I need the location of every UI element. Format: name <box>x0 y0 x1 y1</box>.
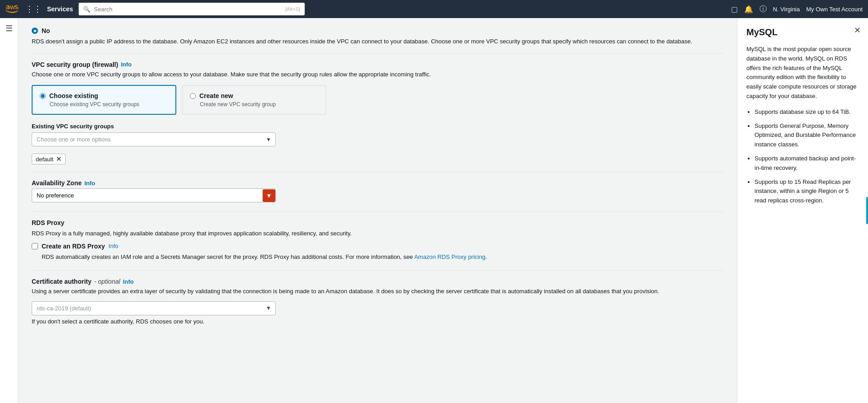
right-panel: MySQL ✕ MySQL is the most popular open s… <box>737 18 868 403</box>
rds-proxy-pricing-link[interactable]: Amazon RDS Proxy pricing <box>414 253 486 260</box>
rds-proxy-title: RDS Proxy <box>32 219 723 226</box>
cloudshell-icon[interactable]: ▢ <box>731 5 738 14</box>
tag-chip-label: default <box>36 156 53 163</box>
card-new-desc: Create new VPC security group <box>200 101 318 108</box>
panel-title: MySQL <box>746 27 859 37</box>
radio-existing[interactable] <box>40 93 46 99</box>
card-existing-desc: Choose existing VPC security groups <box>50 101 168 108</box>
no-radio-selected[interactable] <box>32 28 38 34</box>
search-bar[interactable]: 🔍 [Alt+S] <box>79 3 305 15</box>
radio-card-existing[interactable]: Choose existing Choose existing VPC secu… <box>32 85 176 115</box>
vpc-security-group-section: VPC security group (firewall) Info Choos… <box>32 61 723 165</box>
radio-card-create-new[interactable]: Create new Create new VPC security group <box>182 85 326 115</box>
rds-proxy-description: RDS Proxy is a fully managed, highly ava… <box>32 229 723 238</box>
cert-title: Certificate authority - optional Info <box>32 278 723 285</box>
panel-bullet-2: Supports General Purpose, Memory Optimiz… <box>755 122 859 150</box>
vpc-sg-info-link[interactable]: Info <box>121 61 132 68</box>
sidebar-toggle[interactable]: ☰ <box>0 18 18 403</box>
nav-right: ▢ 🔔 ⓘ N. Virginia My Own Test Account <box>731 5 863 14</box>
search-shortcut: [Alt+S] <box>285 6 300 12</box>
rds-proxy-checkbox[interactable] <box>32 243 38 249</box>
tag-chip-close-icon[interactable]: ✕ <box>56 155 61 163</box>
region-selector[interactable]: N. Virginia <box>773 6 800 13</box>
cert-description: Using a server certificate provides an e… <box>32 287 723 296</box>
account-menu[interactable]: My Own Test Account <box>806 6 863 13</box>
no-description: RDS doesn't assign a public IP address t… <box>32 37 723 46</box>
search-icon: 🔍 <box>83 6 90 13</box>
radio-new[interactable] <box>190 93 196 99</box>
card-existing-title: Choose existing <box>49 92 98 99</box>
rds-proxy-checkbox-row: Create an RDS Proxy Info <box>32 243 723 250</box>
page-layout: ☰ No RDS doesn't assign a public IP addr… <box>0 18 868 403</box>
cert-dropdown-wrapper[interactable]: rds-ca-2019 (default) ▼ <box>32 301 276 315</box>
az-dropdown-input[interactable] <box>32 188 276 202</box>
vpc-sg-radio-cards: Choose existing Choose existing VPC secu… <box>32 85 723 115</box>
rds-proxy-sub-text: RDS automatically creates an IAM role an… <box>42 253 723 262</box>
hamburger-icon[interactable]: ☰ <box>5 23 13 33</box>
az-label: Availability Zone Info <box>32 179 723 187</box>
cert-info-link[interactable]: Info <box>123 278 134 285</box>
rds-proxy-info-link[interactable]: Info <box>108 243 118 249</box>
rds-proxy-checkbox-label[interactable]: Create an RDS Proxy <box>42 243 105 250</box>
cert-optional-label: - optional <box>94 278 120 285</box>
help-icon[interactable]: ⓘ <box>760 5 767 14</box>
panel-bullet-1: Supports database size up to 64 TiB. <box>755 108 859 117</box>
aws-logo[interactable] <box>5 2 20 16</box>
panel-bullet-3: Supports automated backup and point-in-t… <box>755 154 859 173</box>
services-nav-label[interactable]: Services <box>47 5 73 13</box>
no-label: No <box>42 27 50 34</box>
grid-icon[interactable]: ⋮⋮ <box>25 4 42 14</box>
main-content: No RDS doesn't assign a public IP addres… <box>18 18 737 403</box>
rds-proxy-section: RDS Proxy RDS Proxy is a fully managed, … <box>32 219 723 261</box>
bell-icon[interactable]: 🔔 <box>744 5 753 14</box>
panel-close-button[interactable]: ✕ <box>854 25 861 35</box>
no-radio-section: No RDS doesn't assign a public IP addres… <box>32 27 723 46</box>
rds-proxy-divider <box>32 211 723 212</box>
vpc-sg-dropdown[interactable]: Choose one or more options <box>32 132 276 146</box>
certificate-authority-section: Certificate authority - optional Info Us… <box>32 278 723 325</box>
existing-groups-label: Existing VPC security groups <box>32 123 723 130</box>
cert-footer-text: If you don't select a certificate author… <box>32 318 723 325</box>
az-info-link[interactable]: Info <box>85 180 95 187</box>
vpc-sg-dropdown-wrapper[interactable]: Choose one or more options ▼ <box>32 132 276 146</box>
vpc-sg-description: Choose one or more VPC security groups t… <box>32 70 723 79</box>
cert-divider <box>32 270 723 271</box>
az-dropdown-chevron-icon[interactable]: ▼ <box>263 189 275 202</box>
az-dropdown-wrapper[interactable]: ▼ <box>32 188 276 202</box>
search-input[interactable] <box>94 6 282 13</box>
card-new-title: Create new <box>199 92 233 99</box>
availability-zone-section: Availability Zone Info ▼ <box>32 179 723 202</box>
cert-dropdown[interactable]: rds-ca-2019 (default) <box>32 301 276 315</box>
panel-bullet-list: Supports database size up to 64 TiB. Sup… <box>746 108 859 206</box>
section-divider <box>32 53 723 54</box>
scroll-indicator <box>866 197 868 224</box>
az-divider <box>32 172 723 172</box>
panel-description: MySQL is the most popular open source da… <box>746 45 859 101</box>
panel-bullet-4: Supports up to 15 Read Replicas per inst… <box>755 178 859 206</box>
vpc-sg-label: VPC security group (firewall) Info <box>32 61 723 68</box>
top-navigation: ⋮⋮ Services 🔍 [Alt+S] ▢ 🔔 ⓘ N. Virginia … <box>0 0 868 18</box>
vpc-sg-tag-default: default ✕ <box>32 154 66 164</box>
